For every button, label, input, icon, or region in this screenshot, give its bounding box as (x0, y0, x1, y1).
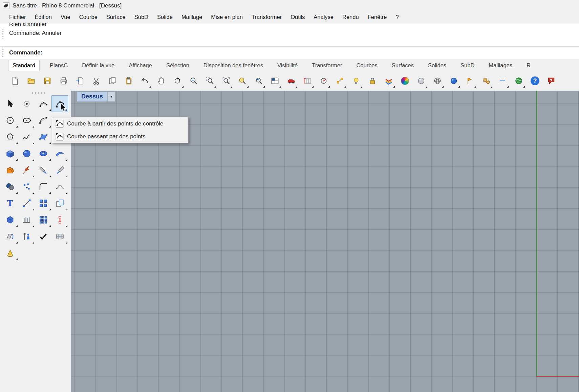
menu-aide[interactable]: ? (391, 12, 403, 22)
menu-outils[interactable]: Outils (286, 12, 309, 22)
tab-standard[interactable]: Standard (8, 60, 40, 71)
rendered-view-button[interactable] (447, 73, 460, 89)
copy-objects-button[interactable] (51, 195, 68, 211)
viewport-menu-arrow[interactable]: ▼ (107, 92, 115, 101)
extrude-tool-button[interactable] (2, 211, 18, 228)
flyout-item-curve-through-points[interactable]: Courbe passant par des points (52, 130, 188, 143)
polygon-tool-button[interactable] (2, 129, 18, 145)
light-button[interactable] (349, 73, 363, 89)
named-views-button[interactable] (284, 73, 298, 89)
menu-surface[interactable]: Surface (102, 12, 130, 22)
panel-grip[interactable] (2, 29, 3, 40)
blend-tool-button[interactable] (51, 178, 68, 195)
arc-tool-button[interactable] (35, 112, 51, 129)
tab-surfaces[interactable]: Surfaces (388, 60, 418, 71)
zoom-extents-button[interactable] (219, 73, 233, 89)
export-page-button[interactable] (73, 73, 87, 89)
save-file-button[interactable] (41, 73, 54, 89)
menu-analyse[interactable]: Analyse (309, 12, 338, 22)
open-file-button[interactable] (24, 73, 38, 89)
menu-subd[interactable]: SubD (130, 12, 153, 22)
wireframe-view-button[interactable] (431, 73, 444, 89)
tab-plansc[interactable]: PlansC (46, 60, 72, 71)
zoom-in-button[interactable] (187, 73, 200, 89)
menu-maillage[interactable]: Maillage (177, 12, 207, 22)
spotlight-tool-button[interactable] (2, 245, 18, 261)
zoom-previous-button[interactable] (252, 73, 265, 89)
sphere-tool-button[interactable] (18, 145, 35, 162)
dimension-button[interactable] (496, 73, 509, 89)
select-arrow-button[interactable] (2, 95, 18, 112)
torus-tool-button[interactable] (35, 145, 51, 162)
text-tool-button[interactable]: T (2, 195, 18, 211)
explode-tool-button[interactable] (18, 162, 35, 178)
cplane-grid-button[interactable] (301, 73, 314, 89)
layers-button[interactable] (382, 73, 395, 89)
fillet-tool-button[interactable] (35, 178, 51, 195)
menu-solide[interactable]: Solide (153, 12, 177, 22)
menu-courbe[interactable]: Courbe (75, 12, 102, 22)
zoom-window-button[interactable] (203, 73, 217, 89)
paste-button[interactable] (122, 73, 135, 89)
ellipse-tool-button[interactable] (18, 112, 35, 129)
flyout-item-curve-control-points[interactable]: Courbe à partir des points de contrôle (52, 117, 188, 130)
check-tool-button[interactable] (35, 228, 51, 245)
new-file-button[interactable] (8, 73, 22, 89)
menu-rendu[interactable]: Rendu (338, 12, 363, 22)
pan-button[interactable] (154, 73, 168, 89)
tab-subd[interactable]: SubD (456, 60, 478, 71)
command-prompt-panel[interactable]: Commande: (0, 47, 579, 59)
tab-solides[interactable]: Solides (424, 60, 450, 71)
menu-vue[interactable]: Vue (56, 12, 75, 22)
split-tool-button[interactable] (51, 162, 68, 178)
tab-disposition-des-fenetres[interactable]: Disposition des fenêtres (199, 60, 267, 71)
box-tool-button[interactable] (2, 145, 18, 162)
set-cplane-button[interactable] (317, 73, 330, 89)
tab-rendu-clipped[interactable]: R (522, 60, 535, 71)
circle-tool-button[interactable] (2, 112, 18, 129)
single-point-button[interactable] (18, 95, 35, 112)
lock-button[interactable] (366, 73, 379, 89)
cut-button[interactable] (89, 73, 103, 89)
menu-transformer[interactable]: Transformer (247, 12, 286, 22)
points-tool-button[interactable] (18, 178, 35, 195)
panel-grip-dots[interactable] (0, 91, 71, 95)
rotate-view-button[interactable] (171, 73, 184, 89)
freeform-curve-button[interactable] (18, 129, 35, 145)
viewport-title[interactable]: Dessus (77, 92, 107, 101)
scale-tool-button[interactable] (18, 195, 35, 211)
dimension-vertical-button[interactable] (51, 211, 68, 228)
boolean-tool-button[interactable] (2, 178, 18, 195)
array-tool-button[interactable] (35, 195, 51, 211)
help-button[interactable]: ? (528, 73, 542, 89)
color-wheel-button[interactable] (398, 73, 412, 89)
mesh-tool-button[interactable] (51, 228, 68, 245)
align-tool-button[interactable] (18, 228, 35, 245)
tab-selection[interactable]: Sélection (162, 60, 193, 71)
zoom-selected-button[interactable] (236, 73, 249, 89)
command-history-panel[interactable]: Rien à annuler Commande: Annuler (0, 23, 579, 46)
four-viewports-button[interactable] (268, 73, 282, 89)
tab-definir-la-vue[interactable]: Définir la vue (78, 60, 119, 71)
control-point-curve-button[interactable] (35, 95, 51, 112)
print-button[interactable] (57, 73, 70, 89)
trim-tool-button[interactable] (35, 162, 51, 178)
undo-button[interactable] (138, 73, 152, 89)
tab-maillages[interactable]: Maillages (485, 60, 516, 71)
plane-tool-button[interactable] (51, 145, 68, 162)
panel-grip[interactable] (2, 48, 3, 58)
tab-transformer[interactable]: Transformer (308, 60, 346, 71)
tab-courbes[interactable]: Courbes (352, 60, 381, 71)
block-grid-button[interactable] (35, 211, 51, 228)
tab-visibilite[interactable]: Visibilité (273, 60, 302, 71)
annotate-flag-button[interactable] (463, 73, 477, 89)
shaded-view-button[interactable] (414, 73, 428, 89)
earth-button[interactable] (512, 73, 526, 89)
plugin-puzzle-button[interactable] (2, 162, 18, 178)
menu-edition[interactable]: Édition (30, 12, 56, 22)
unroll-tool-button[interactable] (2, 228, 18, 245)
menu-mise-en-plan[interactable]: Mise en plan (207, 12, 247, 22)
feedback-button[interactable] (544, 73, 558, 89)
copy-button[interactable] (106, 73, 119, 89)
object-snap-button[interactable] (333, 73, 347, 89)
